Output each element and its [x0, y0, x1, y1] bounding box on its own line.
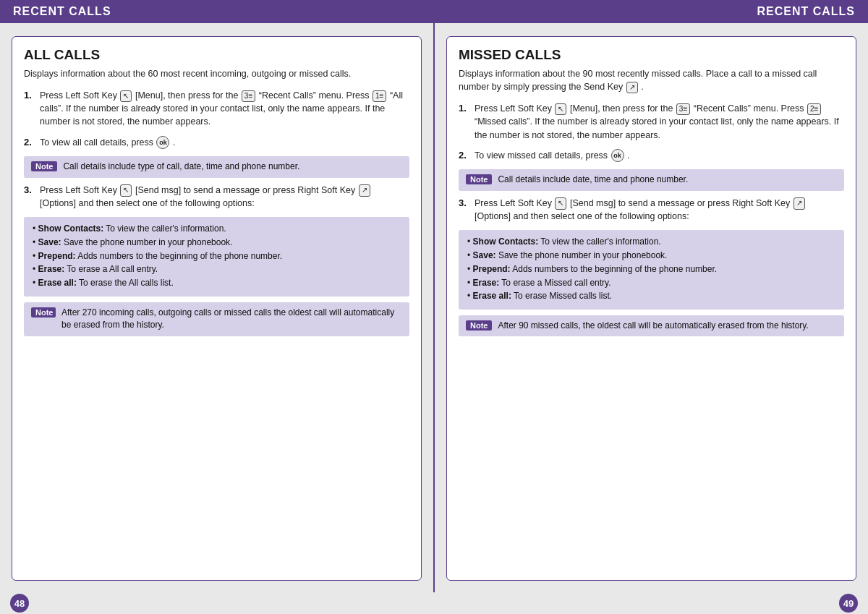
right-left-soft-key-icon: ↖ [555, 103, 566, 116]
right-note-2: Note After 90 missed calls, the oldest c… [459, 315, 844, 336]
right-options-list: Show Contacts: To view the caller's info… [467, 236, 835, 302]
note-label-2: Note [31, 307, 56, 317]
right-soft-key-icon-3: ↗ [793, 197, 805, 210]
left-step-2: 2. To view all call details, press ok . [24, 136, 409, 150]
left-option-4: Erase: To erase a All call entry. [33, 263, 401, 276]
right-option-2: Save: Save the phone number in your phon… [467, 250, 835, 262]
header-left-title: RECENT CALLS [13, 5, 111, 18]
missed-calls-title: MISSED CALLS [459, 47, 844, 63]
right-page-badge: 49 [839, 594, 858, 613]
left-page-num: 48 [0, 592, 434, 614]
right-option-5: Erase all: To erase Missed calls list. [467, 290, 835, 302]
right-page-num: 49 [434, 592, 868, 614]
left-option-3: Prepend: Adds numbers to the beginning o… [33, 250, 401, 263]
right-soft-key-icon-3: ↗ [359, 184, 370, 197]
right-missed-key-icon: 2≡ [807, 103, 821, 116]
all-calls-key-icon: 1≡ [373, 90, 386, 103]
right-left-soft-key-icon-3: ↖ [555, 197, 566, 210]
header-right-title: RECENT CALLS [757, 5, 855, 18]
left-option-5: Erase all: To erase the All calls list. [33, 277, 401, 289]
right-note-1: Note Call details include date, time and… [459, 169, 844, 190]
right-note-2-text: After 90 missed calls, the oldest call w… [498, 320, 808, 332]
right-options-box: Show Contacts: To view the caller's info… [459, 230, 844, 310]
send-key-icon: ↗ [626, 82, 638, 94]
right-step-1: 1. Press Left Soft Key ↖ [Menu], then pr… [459, 102, 844, 141]
left-step-3: 3. Press Left Soft Key ↖ [Send msg] to s… [24, 184, 409, 210]
left-option-2: Save: Save the phone number in your phon… [33, 236, 401, 249]
left-note-2-text: After 270 incoming calls, outgoing calls… [61, 307, 402, 332]
all-calls-section: ALL CALLS Displays information about the… [12, 36, 422, 581]
right-note-label-1: Note [466, 174, 492, 184]
left-option-1: Show Contacts: To view the caller's info… [33, 223, 401, 235]
missed-calls-section: MISSED CALLS Displays information about … [446, 36, 856, 581]
all-calls-title: ALL CALLS [24, 47, 409, 63]
right-step-2: 2. To view missed call details, press ok… [459, 149, 844, 163]
left-soft-key-icon-3: ↖ [120, 184, 132, 197]
right-option-1: Show Contacts: To view the caller's info… [467, 236, 835, 248]
missed-calls-desc: Displays information about the 90 most r… [459, 67, 844, 93]
all-calls-desc: Displays information about the 60 most r… [24, 67, 409, 80]
left-options-box: Show Contacts: To view the caller's info… [24, 217, 409, 297]
ok-button-icon: ok [156, 136, 169, 149]
right-option-4: Erase: To erase a Missed call entry. [467, 277, 835, 289]
left-options-list: Show Contacts: To view the caller's info… [33, 223, 401, 289]
left-step-1: 1. Press Left Soft Key ↖ [Menu], then pr… [24, 89, 409, 128]
note-label-1: Note [31, 161, 57, 171]
header: RECENT CALLS RECENT CALLS [0, 0, 868, 23]
left-soft-key-icon: ↖ [120, 90, 132, 103]
right-ok-button-icon: ok [611, 149, 624, 162]
left-note-1: Note Call details include type of call, … [24, 156, 409, 177]
right-page: MISSED CALLS Displays information about … [435, 23, 868, 592]
right-note-1-text: Call details include date, time and phon… [498, 174, 688, 186]
left-note-1-text: Call details include type of call, date,… [63, 161, 299, 173]
right-menu-3-icon: 3≡ [676, 103, 690, 116]
right-step-3: 3. Press Left Soft Key ↖ [Send msg] to s… [459, 197, 844, 223]
right-note-label-2: Note [466, 320, 492, 331]
left-note-2: Note After 270 incoming calls, outgoing … [24, 302, 409, 336]
menu-3-icon: 3≡ [242, 90, 255, 103]
footer: 48 49 [0, 592, 868, 614]
right-option-3: Prepend: Adds numbers to the beginning o… [467, 263, 835, 276]
left-page: ALL CALLS Displays information about the… [0, 23, 433, 592]
left-page-badge: 48 [10, 594, 29, 613]
